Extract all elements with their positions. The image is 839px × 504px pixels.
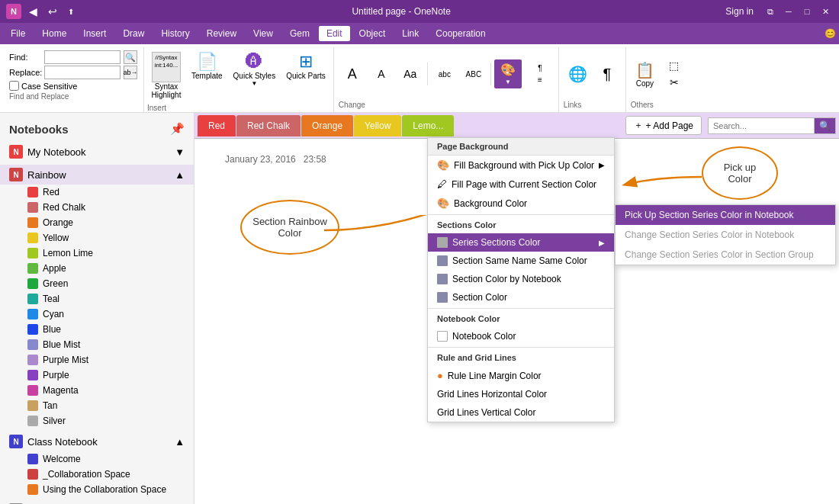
section-lemon-lime[interactable]: Lemon Lime [0, 246, 194, 261]
redo-button[interactable]: ⬆ [65, 6, 77, 18]
grid-horizontal-item[interactable]: Grid Lines Horizontal Color [428, 385, 614, 403]
tab-red-chalk[interactable]: Red Chalk [236, 115, 301, 136]
section-orange[interactable]: Orange [0, 215, 194, 230]
rainbow-section: N Rainbow ▲ Red Red Chalk Orange Yellow [0, 165, 194, 429]
search-input[interactable] [708, 117, 815, 134]
menu-review[interactable]: Review [199, 26, 244, 41]
menu-edit[interactable]: Edit [319, 26, 350, 41]
search-button[interactable]: 🔍 [815, 117, 836, 134]
section-teal[interactable]: Teal [0, 291, 194, 307]
fill-background-item[interactable]: 🎨 Fill Background with Pick Up Color ▶ [428, 156, 614, 175]
section-color-by-notebook-item[interactable]: Section Color by Notebook [428, 270, 614, 288]
section-apple[interactable]: Apple [0, 261, 194, 276]
quick-notes-header[interactable]: N Quick Notes [0, 500, 194, 504]
pickup-section-series-item[interactable]: Pick Up Section Series Color in Notebook [616, 205, 835, 225]
bg-color-item[interactable]: 🎨 Background Color [428, 194, 614, 213]
fill-page-item[interactable]: 🖊 Fill Page with Current Section Color [428, 175, 614, 194]
insert-group: //Syntaxint:140... SyntaxHighlight 📄 Tem… [144, 47, 334, 112]
collab-dot [27, 469, 38, 480]
sign-in-link[interactable]: Sign in [725, 6, 754, 17]
onenote-icon[interactable]: N [6, 4, 21, 19]
search-icon: 🔍 [819, 120, 831, 131]
tab-red[interactable]: Red [198, 115, 236, 136]
menu-history[interactable]: History [153, 26, 197, 41]
rule-line-margin-item[interactable]: ● Rule Line Margin Color [428, 366, 614, 385]
section-purple-mist[interactable]: Purple Mist [0, 352, 194, 368]
section-tan[interactable]: Tan [0, 398, 194, 413]
menu-cooperation[interactable]: Cooperation [428, 26, 493, 41]
section-magenta[interactable]: Magenta [0, 383, 194, 398]
notebook-color-item[interactable]: Notebook Color [428, 327, 614, 345]
quick-parts-button[interactable]: ⊞ Quick Parts [281, 49, 330, 83]
section-collaboration[interactable]: _Collaboration Space [0, 467, 194, 482]
section-color-item[interactable]: Section Color [428, 288, 614, 307]
class-notebook-header[interactable]: N Class Notebook ▲ [0, 432, 194, 451]
fill-page-label: Fill Page with Current Section Color [452, 179, 596, 190]
section-red-chalk[interactable]: Red Chalk [0, 200, 194, 215]
restore-down-button[interactable]: ⧉ [763, 4, 778, 19]
grid-vertical-item[interactable]: Grid Lines Vertical Color [428, 403, 614, 422]
tab-lemon[interactable]: Lemo... [402, 115, 454, 136]
sidebar-title: Notebooks 📌 [0, 119, 194, 142]
section-silver[interactable]: Silver [0, 413, 194, 429]
paragraphs-button[interactable]: ¶ [593, 63, 621, 86]
section-red[interactable]: Red [0, 185, 194, 200]
section-blue[interactable]: Blue [0, 322, 194, 337]
series-sections-item[interactable]: Series Sections Color ▶ [428, 233, 614, 252]
font-size-up-button[interactable]: A [339, 65, 366, 84]
minimize-button[interactable]: ─ [781, 4, 796, 19]
abc-button[interactable]: abc [431, 69, 458, 80]
section-green[interactable]: Green [0, 276, 194, 291]
font-button[interactable]: Aa [397, 66, 424, 82]
find-search-button[interactable]: 🔍 [124, 50, 137, 64]
menu-file[interactable]: File [3, 26, 33, 41]
section-same-name-item[interactable]: Section Same Name Same Color [428, 252, 614, 270]
extra-group: 🌐 ¶ Links [559, 47, 626, 112]
bullets-btn[interactable]: ≡ [526, 75, 554, 85]
my-notebook-icon: N [9, 145, 23, 159]
collab-label: _Collaboration Space [43, 469, 130, 480]
syntax-highlight-button[interactable]: //Syntaxint:140... SyntaxHighlight [147, 49, 185, 102]
menu-link[interactable]: Link [394, 26, 426, 41]
section-cyan[interactable]: Cyan [0, 307, 194, 322]
menu-gem[interactable]: Gem [282, 26, 317, 41]
menu-draw[interactable]: Draw [115, 26, 152, 41]
sections-color-header: Sections Color [428, 217, 614, 233]
change-section-series-group-item: Change Section Series Color in Section G… [616, 245, 835, 265]
replace-input[interactable] [44, 66, 121, 79]
rainbow-header[interactable]: N Rainbow ▲ [0, 165, 194, 185]
section-purple[interactable]: Purple [0, 368, 194, 383]
close-button[interactable]: ✕ [818, 4, 833, 19]
find-input[interactable] [44, 50, 121, 64]
menu-insert[interactable]: Insert [76, 26, 114, 41]
paragraph-btn[interactable]: ¶ [526, 63, 554, 73]
copy-sub1[interactable]: ⬚ [661, 58, 688, 73]
section-blue-mist[interactable]: Blue Mist [0, 337, 194, 352]
add-page-button[interactable]: ＋ + Add Page [625, 116, 702, 135]
case-sensitive-checkbox[interactable] [9, 81, 19, 91]
template-button[interactable]: 📄 Template [187, 49, 227, 83]
replace-search-button[interactable]: ab→ [124, 66, 137, 79]
maximize-button[interactable]: □ [799, 4, 815, 19]
copy-button[interactable]: 📋 Copy [631, 58, 659, 91]
menu-object[interactable]: Object [352, 26, 394, 41]
tab-yellow[interactable]: Yellow [354, 115, 401, 136]
copy-icon: 📋 [635, 61, 654, 79]
section-using-collab[interactable]: Using the Collaboration Space [0, 482, 194, 497]
undo-button[interactable]: ↩ [45, 4, 60, 19]
quick-styles-button[interactable]: 🅐 Quick Styles ▼ [229, 49, 281, 90]
abc2-button[interactable]: ABC [460, 69, 487, 80]
tab-orange[interactable]: Orange [301, 115, 353, 136]
color-button[interactable]: 🎨 ▼ [494, 59, 522, 88]
back-button[interactable]: ◀ [26, 4, 40, 19]
copy-sub2[interactable]: ✂ [661, 75, 688, 90]
globe-button[interactable]: 🌐 [564, 62, 592, 86]
template-icon: 📄 [197, 52, 217, 72]
section-welcome[interactable]: Welcome [0, 451, 194, 467]
silver-label: Silver [43, 416, 66, 426]
font-size-down-button[interactable]: A [368, 66, 395, 82]
menu-view[interactable]: View [246, 26, 281, 41]
menu-home[interactable]: Home [34, 26, 74, 41]
section-yellow[interactable]: Yellow [0, 230, 194, 246]
my-notebook-header[interactable]: N My Notebook ▼ [0, 142, 194, 162]
